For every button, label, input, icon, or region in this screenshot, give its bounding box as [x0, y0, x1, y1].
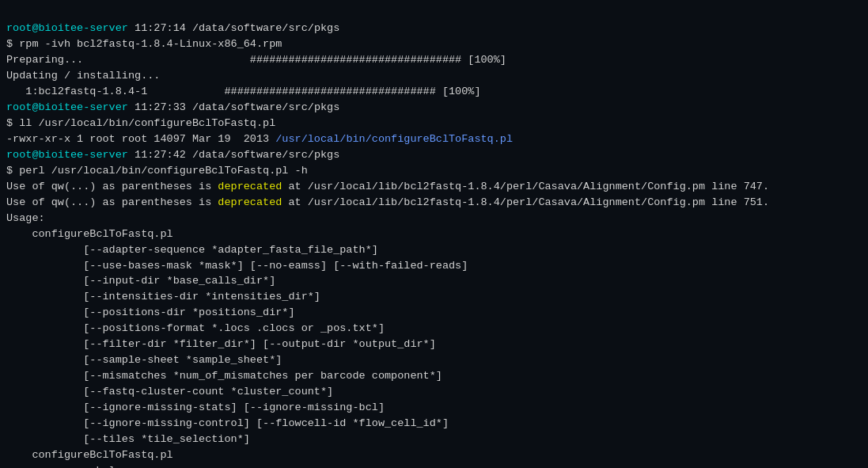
terminal-text: [--fastq-cluster-count *cluster_count*]: [6, 386, 333, 398]
terminal-line: $ ll /usr/local/bin/configureBclToFastq.…: [6, 116, 862, 131]
terminal-text: [--intensities-dir *intensities_dir*]: [6, 291, 320, 302]
terminal-text: deprecated: [218, 181, 282, 192]
terminal-window: root@bioitee-server 11:27:14 /data/softw…: [6, 5, 862, 468]
terminal-text: [--input-dir *base_calls_dir*]: [6, 275, 275, 287]
terminal-line: [--sample-sheet *sample_sheet*]: [6, 352, 862, 368]
terminal-text: [--ignore-missing-stats] [--ignore-missi…: [6, 401, 385, 413]
terminal-line: Use of qw(...) as parentheses is depreca…: [6, 179, 862, 195]
terminal-line: [--positions-format *.locs .clocs or _po…: [6, 321, 862, 337]
terminal-text: [--tiles *tile_selection*]: [6, 433, 250, 445]
terminal-text: 1:bcl2fastq-1.8.4-1 ####################…: [6, 86, 481, 97]
terminal-text: [--use-bases-mask *mask*] [--no-eamss] […: [6, 260, 468, 272]
terminal-text: deprecated: [218, 196, 282, 208]
terminal-text: /usr/local/bin/configureBclToFastq.pl: [275, 133, 513, 145]
terminal-line: [--ignore-missing-control] [--flowcell-i…: [6, 416, 862, 432]
terminal-text: [--ignore-missing-control] [--flowcell-i…: [6, 417, 449, 429]
terminal-line: Use of qw(...) as parentheses is depreca…: [6, 195, 862, 211]
terminal-line: $ rpm -ivh bcl2fastq-1.8.4-Linux-x86_64.…: [6, 36, 862, 52]
terminal-text: 11:27:14 /data/software/src/pkgs: [128, 22, 339, 34]
terminal-text: $ ll /usr/local/bin/configureBclToFastq.…: [6, 117, 275, 129]
terminal-text: [--mismatches *num_of_mismatches per bar…: [6, 370, 442, 382]
terminal-line: [--adapter-sequence *adapter_fasta_file_…: [6, 242, 862, 258]
terminal-text: 11:27:33 /data/software/src/pkgs: [128, 101, 339, 113]
terminal-line: [--tiles *tile_selection*]: [6, 432, 862, 447]
terminal-line: $ perl /usr/local/bin/configureBclToFast…: [6, 163, 862, 179]
terminal-line: [--fastq-cluster-count *cluster_count*]: [6, 384, 862, 400]
terminal-text: configureBclToFastq.pl: [6, 449, 173, 461]
terminal-line: 1:bcl2fastq-1.8.4-1 ####################…: [6, 84, 862, 100]
terminal-text: $ rpm -ivh bcl2fastq-1.8.4-Linux-x86_64.…: [6, 38, 282, 50]
terminal-line: root@bioitee-server 11:27:42 /data/softw…: [6, 147, 862, 163]
terminal-line: Usage:: [6, 211, 862, 226]
terminal-text: at /usr/local/lib/bcl2fastq-1.8.4/perl/C…: [282, 196, 769, 208]
terminal-line: Preparing... ###########################…: [6, 52, 862, 68]
terminal-text: $ perl /usr/local/bin/configureBclToFast…: [6, 165, 308, 177]
terminal-line: [--mismatches *num_of_mismatches per bar…: [6, 368, 862, 384]
terminal-line: [--filter-dir *filter_dir*] [--output-di…: [6, 337, 862, 352]
terminal-text: [--filter-dir *filter_dir*] [--output-di…: [6, 338, 436, 350]
terminal-text: Preparing... ###########################…: [6, 54, 506, 66]
terminal-text: configureBclToFastq.pl: [6, 228, 173, 240]
terminal-line: [--intensities-dir *intensities_dir*]: [6, 289, 862, 305]
terminal-line: configureBclToFastq.pl: [6, 226, 862, 242]
terminal-text: 11:27:42 /data/software/src/pkgs: [128, 149, 339, 161]
terminal-text: at /usr/local/lib/bcl2fastq-1.8.4/perl/C…: [282, 181, 769, 192]
terminal-text: Updating / installing...: [6, 70, 160, 82]
terminal-text: root@bioitee-server: [6, 22, 128, 34]
terminal-text: -rwxr-xr-x 1 root root 14097 Mar 19 2013: [6, 133, 275, 145]
terminal-line: root@bioitee-server 11:27:14 /data/softw…: [6, 21, 862, 36]
terminal-text: Use of qw(...) as parentheses is: [6, 196, 218, 208]
terminal-text: root@bioitee-server: [6, 149, 128, 161]
terminal-text: root@bioitee-server: [6, 101, 128, 113]
terminal-text: [--sample-sheet *sample_sheet*]: [6, 354, 282, 366]
terminal-line: [--use-bases-mask *mask*] [--no-eamss] […: [6, 258, 862, 274]
terminal-text: [--positions-format *.locs .clocs or _po…: [6, 322, 385, 334]
terminal-line: --help or --man: [6, 463, 862, 468]
terminal-text: [--adapter-sequence *adapter_fasta_file_…: [6, 244, 378, 256]
terminal-line: -rwxr-xr-x 1 root root 14097 Mar 19 2013…: [6, 131, 862, 147]
terminal-text: [--positions-dir *positions_dir*]: [6, 306, 295, 318]
terminal-line: [--positions-dir *positions_dir*]: [6, 305, 862, 321]
terminal-text: Usage:: [6, 212, 45, 224]
terminal-text: Use of qw(...) as parentheses is: [6, 181, 218, 192]
terminal-line: [--input-dir *base_calls_dir*]: [6, 273, 862, 289]
terminal-line: root@bioitee-server 11:27:33 /data/softw…: [6, 100, 862, 116]
terminal-line: Updating / installing...: [6, 68, 862, 84]
terminal-text: --help or --man: [6, 465, 180, 468]
terminal-line: configureBclToFastq.pl: [6, 447, 862, 463]
terminal-line: [--ignore-missing-stats] [--ignore-missi…: [6, 400, 862, 416]
